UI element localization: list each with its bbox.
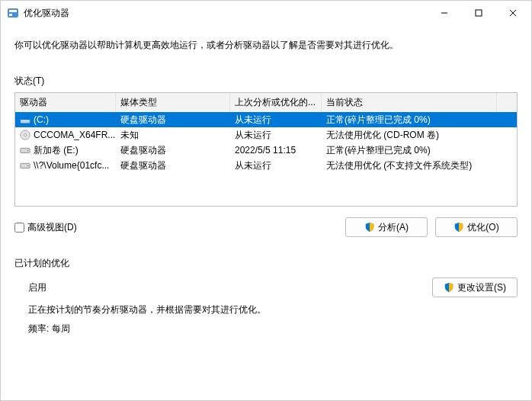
svg-rect-2 bbox=[9, 14, 12, 16]
media-type: 硬盘驱动器 bbox=[116, 158, 230, 174]
last-run: 从未运行 bbox=[230, 112, 322, 128]
minimize-button[interactable] bbox=[427, 2, 461, 24]
table-body: (C:)硬盘驱动器从未运行正常(碎片整理已完成 0%)CCCOMA_X64FR.… bbox=[15, 112, 517, 173]
optimize-button[interactable]: 优化(O) bbox=[435, 217, 518, 237]
advanced-view-input[interactable] bbox=[14, 223, 24, 233]
table-row[interactable]: (C:)硬盘驱动器从未运行正常(碎片整理已完成 0%) bbox=[15, 112, 517, 127]
table-row[interactable]: \\?\Volume{01cfc...硬盘驱动器从未运行无法使用优化 (不支持文… bbox=[15, 158, 517, 173]
current-status: 正常(碎片整理已完成 0%) bbox=[322, 112, 497, 128]
schedule-desc: 正在按计划的节奏分析驱动器，并根据需要对其进行优化。 bbox=[28, 303, 518, 316]
svg-rect-0 bbox=[8, 8, 18, 18]
advanced-view-checkbox[interactable]: 高级视图(D) bbox=[14, 221, 345, 234]
window: 优化驱动器 你可以优化驱动器以帮助计算机更高效地运行，或者分析驱动器以了解是否需… bbox=[0, 0, 532, 401]
svg-point-11 bbox=[24, 133, 27, 136]
svg-rect-1 bbox=[9, 10, 17, 12]
col-media[interactable]: 媒体类型 bbox=[116, 93, 230, 112]
table-row[interactable]: 新加卷 (E:)硬盘驱动器2022/5/5 11:15正常(碎片整理已完成 0%… bbox=[15, 143, 517, 158]
change-settings-button[interactable]: 更改设置(S) bbox=[432, 277, 518, 297]
schedule-section-title: 已计划的优化 bbox=[14, 257, 518, 270]
media-type: 硬盘驱动器 bbox=[116, 143, 230, 159]
change-settings-label: 更改设置(S) bbox=[457, 281, 506, 294]
drive-name: 新加卷 (E:) bbox=[34, 144, 79, 157]
drive-name: (C:) bbox=[34, 114, 49, 125]
svg-rect-9 bbox=[25, 115, 30, 120]
shield-icon bbox=[444, 282, 454, 293]
table-header: 驱动器 媒体类型 上次分析或优化的... 当前状态 bbox=[15, 93, 517, 112]
last-run: 从未运行 bbox=[230, 127, 322, 143]
close-button[interactable] bbox=[495, 2, 530, 24]
svg-point-13 bbox=[27, 150, 29, 152]
col-last[interactable]: 上次分析或优化的... bbox=[230, 93, 322, 112]
action-buttons: 分析(A) 优化(O) bbox=[345, 217, 518, 237]
drive-icon bbox=[20, 114, 30, 125]
col-status[interactable]: 当前状态 bbox=[322, 93, 497, 112]
schedule-row: 启用 更改设置(S) bbox=[28, 277, 518, 297]
drive-table: 驱动器 媒体类型 上次分析或优化的... 当前状态 (C:)硬盘驱动器从未运行正… bbox=[14, 92, 518, 207]
intro-text: 你可以优化驱动器以帮助计算机更高效地运行，或者分析驱动器以了解是否需要对其进行优… bbox=[14, 39, 518, 52]
status-label: 状态(T) bbox=[14, 75, 518, 88]
drive-icon bbox=[20, 130, 30, 140]
current-status: 无法使用优化 (CD-ROM 卷) bbox=[322, 127, 497, 143]
last-run: 2022/5/5 11:15 bbox=[230, 143, 322, 157]
schedule-block: 启用 更改设置(S) 正在按计划的节奏分析驱动器，并根据需要对其进行优化。 频率… bbox=[14, 277, 518, 335]
below-grid: 高级视图(D) 分析(A) 优化(O) bbox=[14, 217, 518, 237]
drive-icon bbox=[20, 145, 30, 156]
titlebar: 优化驱动器 bbox=[1, 1, 531, 25]
current-status: 无法使用优化 (不支持文件系统类型) bbox=[322, 158, 497, 174]
optimize-label: 优化(O) bbox=[467, 221, 498, 234]
shield-icon bbox=[453, 222, 464, 233]
shield-icon bbox=[364, 222, 375, 233]
app-icon bbox=[7, 7, 19, 19]
media-type: 硬盘驱动器 bbox=[116, 112, 230, 128]
svg-point-15 bbox=[27, 165, 29, 167]
window-buttons bbox=[427, 2, 530, 24]
schedule-state: 启用 bbox=[28, 281, 432, 294]
schedule-freq: 频率: 每周 bbox=[28, 322, 518, 335]
current-status: 正常(碎片整理已完成 0%) bbox=[322, 143, 497, 159]
maximize-button[interactable] bbox=[461, 2, 495, 24]
last-run: 从未运行 bbox=[230, 158, 322, 174]
window-title: 优化驱动器 bbox=[24, 7, 427, 20]
media-type: 未知 bbox=[116, 127, 230, 143]
advanced-view-label: 高级视图(D) bbox=[27, 221, 77, 234]
col-drive[interactable]: 驱动器 bbox=[15, 93, 116, 112]
drive-name: CCCOMA_X64FR... bbox=[34, 130, 115, 140]
drive-name: \\?\Volume{01cfc... bbox=[34, 160, 109, 171]
svg-rect-8 bbox=[21, 115, 25, 120]
svg-rect-4 bbox=[476, 10, 482, 16]
analyze-button[interactable]: 分析(A) bbox=[345, 217, 428, 237]
drive-icon bbox=[20, 160, 30, 171]
analyze-label: 分析(A) bbox=[378, 221, 409, 234]
content-area: 你可以优化驱动器以帮助计算机更高效地运行，或者分析驱动器以了解是否需要对其进行优… bbox=[1, 25, 531, 335]
table-row[interactable]: CCCOMA_X64FR...未知从未运行无法使用优化 (CD-ROM 卷) bbox=[15, 127, 517, 143]
